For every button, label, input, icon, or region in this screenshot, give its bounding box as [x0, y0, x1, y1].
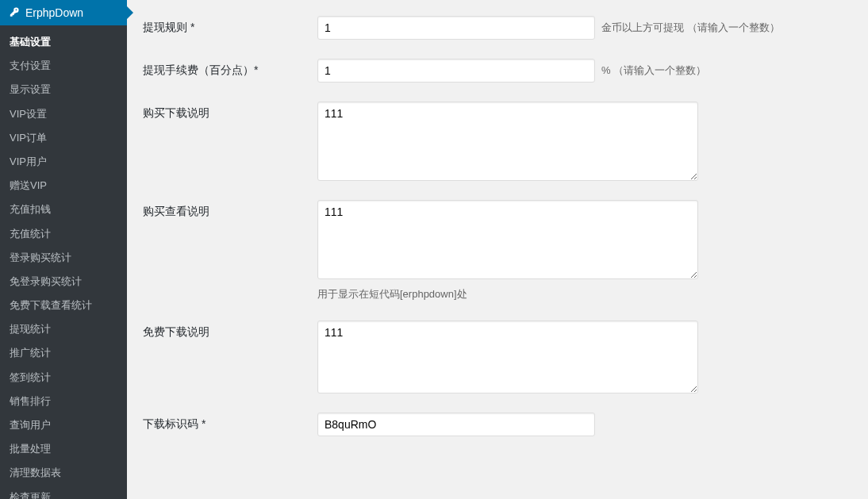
sidebar-item-vip-users[interactable]: VIP用户 — [0, 150, 127, 174]
row-buy-view-desc: 购买查看说明 用于显示在短代码[erphpdown]处 — [143, 200, 852, 301]
sidebar-item-checkin-stats[interactable]: 签到统计 — [0, 366, 127, 390]
label-download-code: 下载标识码 * — [143, 413, 317, 432]
download-code-input[interactable] — [317, 413, 595, 436]
sidebar-submenu: 基础设置 支付设置 显示设置 VIP设置 VIP订单 VIP用户 赠送VIP 充… — [0, 25, 127, 499]
buy-view-desc-hint: 用于显示在短代码[erphpdown]处 — [317, 287, 852, 301]
sidebar: ErphpDown 基础设置 支付设置 显示设置 VIP设置 VIP订单 VIP… — [0, 0, 127, 499]
row-free-download-desc: 免费下载说明 — [143, 321, 852, 393]
sidebar-item-login-purchase-stats[interactable]: 登录购买统计 — [0, 246, 127, 270]
buy-view-desc-textarea[interactable] — [317, 200, 698, 279]
sidebar-item-promotion-stats[interactable]: 推广统计 — [0, 341, 127, 365]
free-download-desc-textarea[interactable] — [317, 321, 698, 393]
sidebar-item-vip-settings[interactable]: VIP设置 — [0, 102, 127, 126]
sidebar-item-check-update[interactable]: 检查更新 — [0, 486, 127, 499]
key-icon — [8, 6, 21, 19]
label-buy-download-desc: 购买下载说明 — [143, 102, 317, 121]
sidebar-item-batch-process[interactable]: 批量处理 — [0, 437, 127, 461]
sidebar-item-recharge-deduct[interactable]: 充值扣钱 — [0, 198, 127, 221]
sidebar-item-guest-purchase-stats[interactable]: 免登录购买统计 — [0, 270, 127, 294]
sidebar-item-clean-tables[interactable]: 清理数据表 — [0, 461, 127, 485]
withdraw-fee-hint: % （请输入一个整数） — [601, 63, 706, 78]
row-buy-download-desc: 购买下载说明 — [143, 102, 852, 181]
label-withdraw-fee: 提现手续费（百分点）* — [143, 59, 317, 78]
sidebar-header[interactable]: ErphpDown — [0, 0, 127, 25]
row-download-code: 下载标识码 * — [143, 413, 852, 436]
row-withdraw-rule: 提现规则 * 金币以上方可提现 （请输入一个整数） — [143, 16, 852, 40]
sidebar-header-label: ErphpDown — [25, 6, 83, 19]
row-withdraw-fee: 提现手续费（百分点）* % （请输入一个整数） — [143, 59, 852, 83]
sidebar-item-free-download-view-stats[interactable]: 免费下载查看统计 — [0, 294, 127, 317]
sidebar-item-basic-settings[interactable]: 基础设置 — [0, 30, 127, 54]
buy-download-desc-textarea[interactable] — [317, 102, 698, 181]
sidebar-item-payment-settings[interactable]: 支付设置 — [0, 54, 127, 78]
sidebar-item-vip-orders[interactable]: VIP订单 — [0, 126, 127, 150]
withdraw-rule-hint: 金币以上方可提现 （请输入一个整数） — [601, 21, 780, 35]
label-buy-view-desc: 购买查看说明 — [143, 200, 317, 219]
sidebar-item-recharge-stats[interactable]: 充值统计 — [0, 222, 127, 246]
main-content: 提现规则 * 金币以上方可提现 （请输入一个整数） 提现手续费（百分点）* % … — [127, 0, 868, 499]
label-withdraw-rule: 提现规则 * — [143, 16, 317, 35]
sidebar-item-display-settings[interactable]: 显示设置 — [0, 78, 127, 102]
sidebar-item-sales-ranking[interactable]: 销售排行 — [0, 390, 127, 413]
withdraw-fee-input[interactable] — [317, 59, 595, 83]
sidebar-item-gift-vip[interactable]: 赠送VIP — [0, 174, 127, 198]
sidebar-item-query-user[interactable]: 查询用户 — [0, 413, 127, 437]
sidebar-item-withdraw-stats[interactable]: 提现统计 — [0, 317, 127, 341]
label-free-download-desc: 免费下载说明 — [143, 321, 317, 340]
withdraw-rule-input[interactable] — [317, 16, 595, 40]
